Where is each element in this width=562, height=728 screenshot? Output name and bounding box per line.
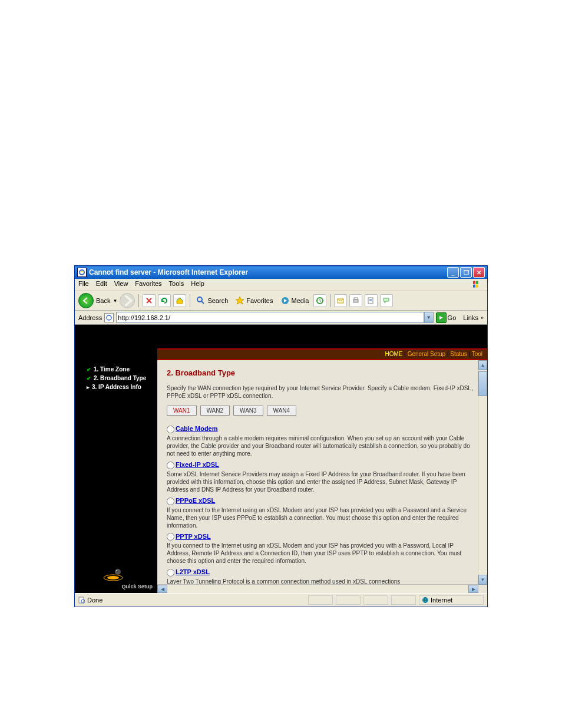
wan-tabs: WAN1 WAN2 WAN3 WAN4 [167, 406, 478, 416]
sidebar-item-time-zone[interactable]: ✔1. Time Zone [75, 365, 157, 374]
close-button[interactable]: ✕ [473, 267, 485, 278]
sidebar-item-ip-address-info[interactable]: ▸3. IP Address Info [75, 383, 157, 391]
discuss-button[interactable] [380, 294, 393, 307]
nav-status[interactable]: Status [450, 351, 467, 357]
radio-cable-modem[interactable] [167, 426, 174, 433]
back-button[interactable] [78, 293, 94, 308]
menu-tools[interactable]: Tools [169, 280, 184, 289]
page-icon [104, 313, 114, 322]
status-text: Done [87, 597, 103, 604]
option-pppoe: PPPoE xDSL [167, 497, 478, 505]
favorites-button[interactable]: Favorites [233, 295, 275, 307]
option-cable-modem: Cable Modem [167, 425, 478, 433]
print-button[interactable] [349, 294, 362, 307]
address-bar: Address ▼ Go Links » [75, 311, 487, 325]
title-bar[interactable]: Cannot find server - Microsoft Internet … [75, 266, 487, 279]
nav-general-setup[interactable]: General Setup [408, 351, 446, 357]
scroll-down-button[interactable]: ▼ [478, 575, 487, 585]
sidebar: ✔1. Time Zone ✔2. Broadband Type ▸3. IP … [75, 325, 157, 593]
tab-wan1[interactable]: WAN1 [167, 406, 197, 416]
quick-setup-label[interactable]: Quick Setup [121, 584, 153, 589]
svg-point-14 [115, 569, 121, 575]
done-icon [78, 597, 85, 604]
scroll-up-button[interactable]: ▲ [478, 360, 487, 370]
menu-bar: File Edit View Favorites Tools Help [75, 279, 487, 291]
main-panel: 2. Broadband Type Specify the WAN connec… [157, 360, 487, 593]
address-input[interactable] [116, 312, 424, 323]
desc-pptp: If you connect to the Internet using an … [167, 542, 478, 565]
link-fixed-ip[interactable]: Fixed-IP xDSL [176, 461, 219, 468]
link-pppoe[interactable]: PPPoE xDSL [176, 497, 215, 504]
zone-label: Internet [431, 597, 452, 604]
option-fixed-ip: Fixed-IP xDSL [167, 461, 478, 469]
links-label[interactable]: Links [463, 314, 478, 321]
mail-button[interactable] [334, 294, 347, 307]
window-title: Cannot find server - Microsoft Internet … [89, 268, 248, 276]
back-label[interactable]: Back [96, 297, 110, 304]
sidebar-item-broadband-type[interactable]: ✔2. Broadband Type [75, 374, 157, 383]
option-l2tp: L2TP xDSL [167, 568, 478, 577]
check-icon: ✔ [87, 367, 91, 373]
ie-icon [77, 268, 87, 277]
option-pptp: PPTP xDSL [167, 533, 478, 541]
address-dropdown-icon[interactable]: ▼ [424, 312, 434, 323]
scroll-left-button[interactable]: ◀ [157, 585, 167, 593]
edit-button[interactable] [365, 294, 378, 307]
scroll-right-button[interactable]: ▶ [468, 585, 478, 593]
stop-button[interactable] [143, 294, 156, 307]
toolbar: Back ▼ Search Favorites Media [75, 291, 487, 311]
vertical-scrollbar[interactable]: ▲ ▼ [478, 360, 487, 585]
nav-tool[interactable]: Tool [472, 351, 482, 357]
svg-point-0 [80, 270, 84, 275]
minimize-button[interactable]: _ [447, 267, 459, 278]
svg-point-11 [107, 315, 111, 320]
zone-indicator: Internet [307, 595, 484, 605]
link-pptp[interactable]: PPTP xDSL [176, 533, 211, 540]
menu-favorites[interactable]: Favorites [135, 280, 161, 289]
go-button[interactable]: Go [436, 312, 457, 323]
hscroll-track[interactable] [167, 585, 468, 593]
search-button[interactable]: Search [194, 295, 230, 307]
tab-wan4[interactable]: WAN4 [267, 406, 297, 416]
menu-file[interactable]: File [78, 280, 89, 289]
page-content: EDIMAX NETWORKING PEOPLE TOGETHER HOME |… [75, 325, 487, 593]
desc-pppoe: If you connect to the Internet using an … [167, 506, 478, 529]
tab-wan2[interactable]: WAN2 [200, 406, 230, 416]
quick-setup-icon[interactable] [101, 566, 125, 582]
page-heading: 2. Broadband Type [167, 368, 478, 377]
desc-cable-modem: A connection through a cable modem requi… [167, 434, 478, 457]
radio-fixed-ip[interactable] [167, 462, 174, 469]
history-button[interactable] [313, 294, 326, 307]
scroll-thumb[interactable] [478, 371, 487, 396]
link-cable-modem[interactable]: Cable Modem [176, 425, 218, 432]
refresh-button[interactable] [158, 294, 171, 307]
intro-text: Specify the WAN connection type required… [167, 384, 478, 400]
radio-pppoe[interactable] [167, 498, 174, 505]
radio-l2tp[interactable] [167, 569, 174, 577]
menu-edit[interactable]: Edit [96, 280, 107, 289]
windows-flag-icon [471, 280, 484, 289]
svg-rect-6 [353, 299, 358, 302]
forward-button [120, 293, 135, 308]
home-button[interactable] [173, 294, 186, 307]
back-dropdown-icon[interactable]: ▼ [113, 298, 117, 304]
nav-home[interactable]: HOME [385, 351, 402, 357]
radio-pptp[interactable] [167, 533, 174, 541]
status-bar: Done Internet [75, 593, 487, 607]
arrow-icon: ▸ [87, 384, 90, 390]
svg-point-1 [197, 297, 202, 302]
maximize-button[interactable]: ❐ [460, 267, 472, 278]
desc-fixed-ip: Some xDSL Internet Service Providers may… [167, 470, 478, 493]
svg-point-13 [107, 576, 119, 579]
check-icon: ✔ [87, 375, 91, 381]
menu-help[interactable]: Help [191, 280, 204, 289]
media-button[interactable]: Media [278, 295, 312, 307]
browser-window: Cannot find server - Microsoft Internet … [74, 265, 488, 607]
links-chevron-icon[interactable]: » [481, 315, 484, 321]
link-l2tp[interactable]: L2TP xDSL [176, 568, 210, 575]
menu-view[interactable]: View [114, 280, 128, 289]
internet-zone-icon [422, 597, 429, 604]
horizontal-scrollbar[interactable]: ◀ ▶ [157, 584, 478, 593]
tab-wan3[interactable]: WAN3 [233, 406, 263, 416]
svg-line-2 [201, 301, 204, 304]
